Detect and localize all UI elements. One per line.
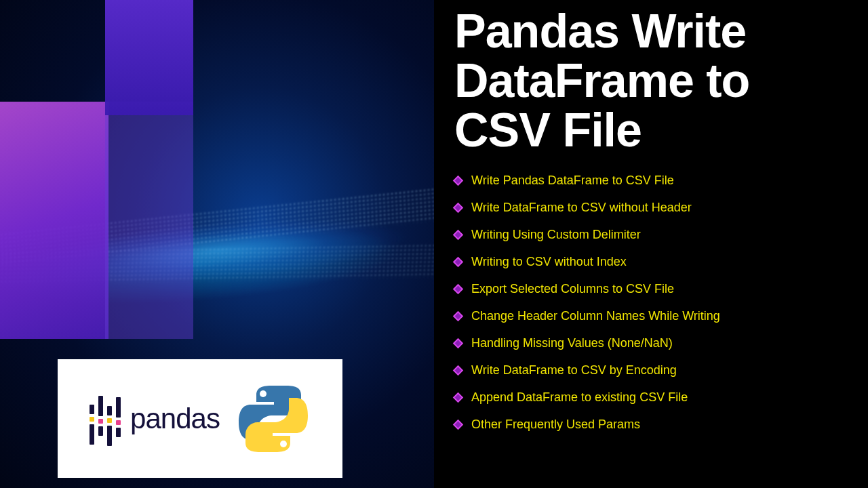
- pandas-wordmark: pandas: [130, 403, 220, 435]
- bullet-text: Other Frequently Used Params: [471, 418, 640, 432]
- slide-title: Pandas Write DataFrame to CSV File: [454, 7, 848, 155]
- pandas-bars-icon: [90, 395, 121, 443]
- python-logo-icon: [236, 382, 311, 456]
- list-item: Writing Using Custom Delimiter: [454, 228, 848, 242]
- list-item: Handling Missing Values (None/NaN): [454, 336, 848, 350]
- diamond-bullet-icon: [454, 177, 462, 184]
- purple-overlay-top: [105, 0, 193, 115]
- bullet-text: Handling Missing Values (None/NaN): [471, 336, 673, 350]
- diamond-bullet-icon: [454, 340, 462, 347]
- diamond-bullet-icon: [454, 258, 462, 266]
- diamond-bullet-icon: [454, 231, 462, 239]
- bullet-text: Writing to CSV without Index: [471, 255, 627, 269]
- logo-card: pandas: [58, 359, 342, 478]
- list-item: Change Header Column Names While Writing: [454, 309, 848, 323]
- bullet-text: Writing Using Custom Delimiter: [471, 228, 641, 242]
- bullet-text: Write DataFrame to CSV by Encoding: [471, 363, 677, 378]
- purple-overlay-left: [0, 102, 108, 339]
- svg-point-1: [280, 441, 287, 447]
- content-panel: Pandas Write DataFrame to CSV File Write…: [434, 0, 868, 488]
- diamond-bullet-icon: [454, 312, 462, 320]
- bullet-text: Write Pandas DataFrame to CSV File: [471, 174, 674, 188]
- diamond-bullet-icon: [454, 285, 462, 293]
- diamond-bullet-icon: [454, 367, 462, 374]
- list-item: Export Selected Columns to CSV File: [454, 282, 848, 296]
- pandas-logo: pandas: [90, 395, 220, 443]
- list-item: Other Frequently Used Params: [454, 418, 848, 432]
- diamond-bullet-icon: [454, 421, 462, 428]
- list-item: Write DataFrame to CSV without Header: [454, 201, 848, 215]
- topic-list: Write Pandas DataFrame to CSV File Write…: [454, 174, 848, 432]
- list-item: Write Pandas DataFrame to CSV File: [454, 174, 848, 188]
- diamond-bullet-icon: [454, 204, 462, 211]
- purple-overlay-mid-translucent: [105, 102, 193, 339]
- diamond-bullet-icon: [454, 394, 462, 401]
- left-graphic-panel: pandas: [0, 0, 434, 488]
- svg-point-0: [260, 390, 267, 397]
- list-item: Write DataFrame to CSV by Encoding: [454, 363, 848, 378]
- bullet-text: Change Header Column Names While Writing: [471, 309, 720, 323]
- bullet-text: Append DataFrame to existing CSV File: [471, 390, 688, 405]
- list-item: Writing to CSV without Index: [454, 255, 848, 269]
- bullet-text: Write DataFrame to CSV without Header: [471, 201, 692, 215]
- bullet-text: Export Selected Columns to CSV File: [471, 282, 674, 296]
- list-item: Append DataFrame to existing CSV File: [454, 390, 848, 405]
